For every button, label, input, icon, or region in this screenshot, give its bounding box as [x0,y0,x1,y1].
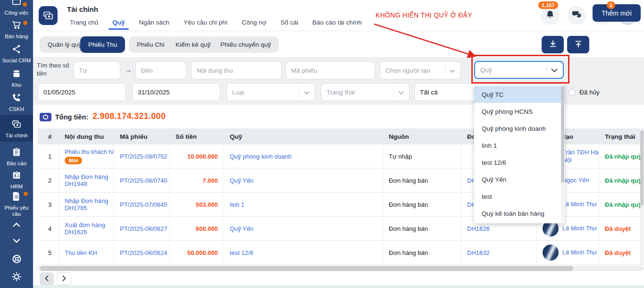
content-link[interactable]: Phiếu thu khách hàng [65,149,114,155]
subtab-phieu-chuyen-quy[interactable]: Phiếu chuyển quỹ [212,36,279,53]
fund-dropdown: Quỹ TC Quỹ phòng HCNS Quỹ phòng kinh doa… [474,85,565,223]
order-link[interactable]: DH1626 [467,225,490,232]
creator-link[interactable]: Lê Minh Thư [562,201,597,208]
notifications-button[interactable] [541,6,560,25]
content-search-input[interactable] [191,61,282,79]
vertical-scrollbar-thumb[interactable] [640,130,644,206]
fund-option[interactable]: test [474,188,565,205]
tab-quy[interactable]: Quỹ [112,19,125,30]
content-link[interactable]: Xuất đơn hàng DH1626 [65,221,114,236]
creator-link[interactable]: Lê Minh Thư [562,249,597,256]
fund-link[interactable]: linh 1 [230,201,244,208]
fund-link[interactable]: test 12/6 [230,249,253,256]
code-link[interactable]: PT/2025-08/0740 [120,177,167,184]
total-amount-label: Tổng tiền: [55,113,88,121]
row-amount: 50.000.000 [170,241,224,264]
tab-yeu-cau-chi-phi[interactable]: Yêu cầu chi phí [184,19,227,30]
content-link[interactable]: Nhập Đơn hàng DH1785 [65,197,114,212]
receipt-code-input[interactable] [285,61,375,79]
dropdown-scrollbar-thumb[interactable] [561,86,564,183]
code-link[interactable]: PT/2025-06/0624 [120,249,167,256]
fund-option[interactable]: Quỹ Yến [474,171,565,188]
tab-so-cai[interactable]: Sổ cái [281,19,299,30]
sidebar-item-bao-cao[interactable]: Báo cáo [0,147,33,167]
app-screen: Công việc Bán hàng Social CRM Kho [0,0,644,288]
sidebar-item-tai-chinh[interactable]: Tài chính [0,115,33,142]
subtab-phieu-thu[interactable]: Phiếu Thu [80,36,125,53]
sidebar-item-phieu-yeu-cau[interactable]: Phiếu yêu cầu [0,191,33,217]
row-source: Tự nhập [383,144,461,168]
cancelled-radio[interactable] [569,89,576,96]
range-arrow-icon: → [125,66,132,74]
horizontal-scrollbar-thumb[interactable] [40,266,573,271]
upload-button[interactable] [567,36,589,53]
annotation-text: KHÔNG HIỂN THỊ QUỸ Ở ĐÂY [376,11,472,19]
fund-link[interactable]: Quỹ phòng kinh doanh [230,153,292,160]
tab-ngan-sach[interactable]: Ngân sách [139,19,170,30]
download-button[interactable] [542,36,564,53]
sidebar-item-hrm[interactable]: HRM [0,170,33,190]
content-link[interactable]: Nhập Đơn hàng DH1948 [65,173,114,187]
tab-bao-cao-tai-chinh[interactable]: Báo cáo tài chính [312,19,361,30]
fund-option[interactable]: Quỹ phòng HCNS [474,103,565,120]
notification-dot [24,192,28,196]
type-select[interactable]: Loại [226,83,315,101]
row-amount: 600.000 [170,217,224,240]
status-badge: Đã nhập quỹ [599,193,644,216]
phone-icon [11,93,22,105]
sidebar-item-social-crm[interactable]: Social CRM [0,44,33,64]
messages-button[interactable] [567,6,586,25]
prev-page-button[interactable] [40,272,54,285]
row-index: 4 [38,217,59,240]
fund-link[interactable]: Quỹ Yến [230,225,253,232]
sidebar-item-ban-hang[interactable]: Bán hàng [0,20,33,40]
creator-link[interactable]: Ngọc Yến [562,177,589,184]
fund-select[interactable]: Quỹ [474,61,564,79]
creator-link[interactable]: Trần TĐH Hà Nội [562,149,599,164]
table-horizontal-scrollbar [38,266,644,271]
sidebar-item-label: Bán hàng [5,34,28,40]
fund-option[interactable]: Quý kế toán bán hàng [474,205,565,222]
row-content: Phiếu thu khách hàng Mới [59,144,114,168]
status-select[interactable]: Trạng thái [321,83,410,101]
row-amount: 10.000.000 [170,144,224,168]
col-amount: Số tiền [170,128,224,144]
settings-button[interactable] [0,271,33,284]
sidebar-item-label: CSKH [9,106,24,112]
content-link[interactable]: Thu tiền KH [65,249,97,256]
tab-trang-chu[interactable]: Trang chủ [70,19,98,30]
row-source: Đơn hàng bán [383,217,461,240]
subtab-phieu-chi[interactable]: Phiếu Chi [129,36,173,53]
code-link[interactable]: PT/2025-09/0752 [120,153,167,160]
date-to-input[interactable] [132,83,220,101]
row-index: 1 [38,144,59,168]
next-page-button[interactable] [57,272,71,285]
cancelled-radio-label: Đã hủy [579,89,600,96]
code-link[interactable]: PT/2025-07/0645 [120,201,167,208]
subtab-kiem-ke-quy[interactable]: Kiểm kê quỹ [167,36,218,53]
sidebar-scroll-down[interactable] [0,237,33,246]
fund-link[interactable]: Quỹ Yến [230,177,253,184]
tab-cong-no[interactable]: Công nợ [242,19,266,30]
creator-select[interactable]: Chọn người tạo [380,61,461,79]
add-new-button[interactable]: Thêm mới [593,4,641,22]
rocket-count-badge: 1 [607,1,615,9]
amount-to-input[interactable] [135,61,186,79]
amount-from-input[interactable] [73,61,120,79]
fund-option[interactable]: Quỹ phòng kinh doanh [474,120,565,137]
fund-option[interactable]: test 12/6 [474,154,565,171]
order-link[interactable]: DH1632 [467,249,490,256]
sidebar-item-cong-viec[interactable]: Công việc [0,0,33,16]
fund-option[interactable]: Quỹ TC [474,86,565,103]
sidebar-item-kho[interactable]: Kho [0,68,33,88]
row-source: Đơn hàng bán [383,169,461,192]
date-from-input[interactable] [38,83,126,101]
sidebar-item-cskh[interactable]: CSKH [0,93,33,112]
creator-link[interactable]: Lê Minh Thư [562,225,597,232]
code-link[interactable]: PT/2025-06/0627 [120,225,167,232]
col-fund: Quỹ [224,128,383,144]
sidebar-scroll-up[interactable] [0,221,33,229]
fund-option[interactable]: linh 1 [474,137,565,154]
help-button[interactable] [0,254,33,266]
row-source: Đơn hàng bán [383,193,461,216]
